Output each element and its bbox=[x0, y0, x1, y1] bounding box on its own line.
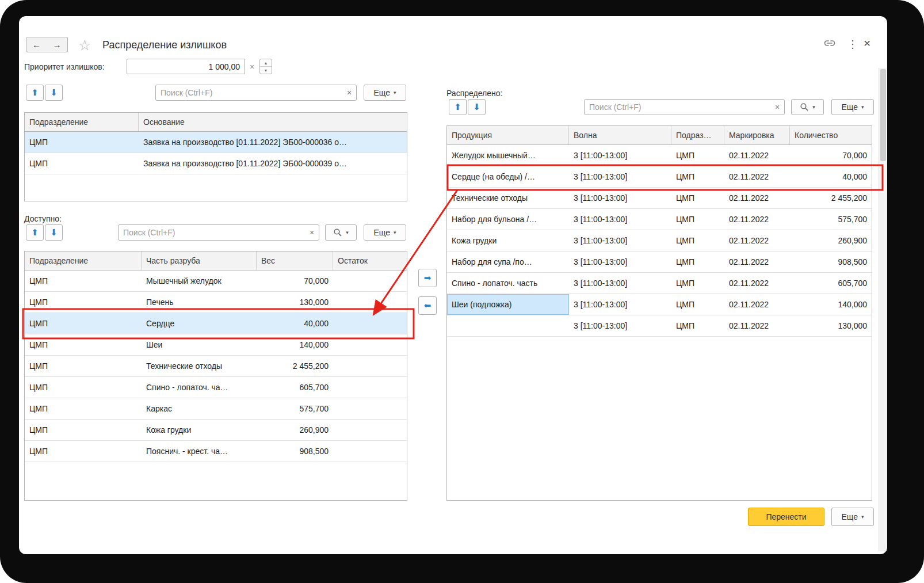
cell-product[interactable]: Кожа грудки bbox=[447, 230, 569, 251]
more-button[interactable]: Еще ▾ bbox=[831, 508, 874, 526]
cell-basis[interactable]: Заявка на производство [01.11.2022] ЭБ00… bbox=[139, 132, 407, 153]
table-row[interactable]: ЦМП Пояснич. - крест. ча… 908,500 bbox=[25, 441, 407, 462]
search-input[interactable] bbox=[119, 228, 305, 237]
table-row[interactable]: ЦМП Технические отходы 2 455,200 bbox=[25, 356, 407, 377]
more-options-icon[interactable]: ⋮ bbox=[847, 38, 857, 51]
more-button[interactable]: Еще ▾ bbox=[364, 85, 406, 101]
cell-product[interactable] bbox=[447, 315, 569, 336]
transfer-left-button[interactable]: ⬅ bbox=[418, 296, 437, 315]
cell-wave[interactable]: 3 [11:00-13:00] bbox=[569, 252, 671, 272]
cell-weight[interactable]: 140,000 bbox=[257, 334, 333, 355]
cell-division[interactable]: ЦМП bbox=[25, 292, 142, 313]
cell-wave[interactable]: 3 [11:00-13:00] bbox=[569, 188, 671, 208]
cell-part[interactable]: Спино - лопаточ. ча… bbox=[142, 377, 257, 398]
table-row[interactable]: Набор для супа /по… 3 [11:00-13:00] ЦМП … bbox=[447, 252, 872, 273]
cell-division[interactable]: ЦМП bbox=[671, 145, 724, 166]
back-button[interactable]: ← bbox=[26, 37, 47, 52]
transfer-button[interactable]: Перенести bbox=[748, 508, 824, 526]
priority-input[interactable] bbox=[127, 59, 245, 74]
cell-rest[interactable] bbox=[333, 441, 407, 462]
cell-division[interactable]: ЦМП bbox=[671, 230, 724, 251]
column-header[interactable]: Часть разруба bbox=[142, 252, 257, 270]
cell-product[interactable]: Набор для бульона /… bbox=[447, 209, 569, 230]
move-up-button[interactable]: ⬆ bbox=[26, 85, 44, 101]
cell-marking[interactable]: 02.11.2022 bbox=[724, 145, 790, 166]
cell-rest[interactable] bbox=[333, 356, 407, 376]
column-header[interactable]: Подразделение bbox=[25, 113, 139, 131]
cell-part[interactable]: Шеи bbox=[142, 334, 257, 355]
table-row[interactable]: ЦМП Заявка на производство [01.11.2022] … bbox=[25, 132, 407, 153]
cell-product[interactable]: Набор для супа /по… bbox=[447, 252, 569, 272]
cell-quantity[interactable]: 908,500 bbox=[790, 252, 872, 272]
cell-division[interactable]: ЦМП bbox=[25, 132, 139, 153]
table-row[interactable]: ЦМП Печень 130,000 bbox=[25, 292, 407, 313]
column-header[interactable]: Продукция bbox=[447, 126, 569, 144]
cell-division[interactable]: ЦМП bbox=[25, 313, 142, 334]
cell-quantity[interactable]: 605,700 bbox=[790, 273, 872, 294]
cell-product[interactable]: Технические отходы bbox=[447, 188, 569, 208]
cell-part[interactable]: Печень bbox=[142, 292, 257, 313]
table-row[interactable]: ЦМП Мышечный желудок 70,000 bbox=[25, 270, 407, 292]
cell-part[interactable]: Кожа грудки bbox=[142, 420, 257, 440]
search-input[interactable] bbox=[585, 102, 770, 112]
column-header[interactable]: Маркировка bbox=[724, 126, 790, 144]
table-row[interactable]: ЦМП Кожа грудки 260,900 bbox=[25, 420, 407, 441]
column-header[interactable]: Остаток bbox=[333, 252, 407, 270]
cell-quantity[interactable]: 130,000 bbox=[790, 315, 872, 336]
cell-division[interactable]: ЦМП bbox=[25, 441, 142, 462]
find-button[interactable]: ▾ bbox=[325, 224, 357, 241]
cell-quantity[interactable]: 140,000 bbox=[790, 294, 872, 315]
table-row[interactable]: ЦМП Заявка на производство [01.11.2022] … bbox=[25, 153, 407, 174]
cell-marking[interactable]: 02.11.2022 bbox=[724, 294, 790, 315]
cell-part[interactable]: Сердце bbox=[142, 313, 257, 334]
cell-quantity[interactable]: 260,900 bbox=[790, 230, 872, 251]
cell-weight[interactable]: 130,000 bbox=[257, 292, 333, 313]
cell-product[interactable]: Спино - лопаточ. часть bbox=[447, 273, 569, 294]
cell-division[interactable]: ЦМП bbox=[671, 273, 724, 294]
cell-division[interactable]: ЦМП bbox=[25, 270, 142, 291]
table-row[interactable]: Технические отходы 3 [11:00-13:00] ЦМП 0… bbox=[447, 188, 872, 209]
cell-product[interactable]: Сердце (на обеды) /… bbox=[447, 166, 569, 187]
cell-weight[interactable]: 70,000 bbox=[257, 270, 333, 291]
column-header[interactable]: Подразделение bbox=[25, 252, 142, 270]
cell-weight[interactable]: 908,500 bbox=[257, 441, 333, 462]
cell-marking[interactable]: 02.11.2022 bbox=[724, 252, 790, 272]
cell-division[interactable]: ЦМП bbox=[671, 166, 724, 187]
cell-division[interactable]: ЦМП bbox=[25, 334, 142, 355]
cell-marking[interactable]: 02.11.2022 bbox=[724, 209, 790, 230]
table-row[interactable]: Шеи (подложка) 3 [11:00-13:00] ЦМП 02.11… bbox=[447, 294, 872, 315]
cell-basis[interactable]: Заявка на производство [01.11.2022] ЭБ00… bbox=[139, 153, 407, 174]
cell-division[interactable]: ЦМП bbox=[25, 398, 142, 419]
cell-wave[interactable]: 3 [11:00-13:00] bbox=[569, 230, 671, 251]
cell-marking[interactable]: 02.11.2022 bbox=[724, 273, 790, 294]
column-header[interactable]: Волна bbox=[569, 126, 671, 144]
cell-quantity[interactable]: 575,700 bbox=[790, 209, 872, 230]
cell-weight[interactable]: 575,700 bbox=[257, 398, 333, 419]
close-icon[interactable]: × bbox=[864, 36, 870, 50]
spin-down-icon[interactable]: ▼ bbox=[260, 67, 272, 74]
cell-part[interactable]: Мышечный желудок bbox=[142, 270, 257, 291]
cell-weight[interactable]: 605,700 bbox=[257, 377, 333, 398]
table-row[interactable]: 3 [11:00-13:00] ЦМП 02.11.2022 130,000 bbox=[447, 315, 872, 337]
cell-marking[interactable]: 02.11.2022 bbox=[724, 315, 790, 336]
cell-division[interactable]: ЦМП bbox=[25, 420, 142, 440]
search-input[interactable] bbox=[156, 88, 342, 97]
cell-rest[interactable] bbox=[333, 398, 407, 419]
more-button[interactable]: Еще ▾ bbox=[831, 99, 874, 115]
cell-part[interactable]: Технические отходы bbox=[142, 356, 257, 376]
cell-division[interactable]: ЦМП bbox=[671, 188, 724, 208]
cell-product[interactable]: Желудок мышечный… bbox=[447, 145, 569, 166]
table-row[interactable]: Сердце (на обеды) /… 3 [11:00-13:00] ЦМП… bbox=[447, 166, 872, 188]
table-row[interactable]: ЦМП Спино - лопаточ. ча… 605,700 bbox=[25, 377, 407, 398]
table-row-selected[interactable]: ЦМП Сердце 40,000 bbox=[25, 313, 407, 334]
move-down-button[interactable]: ⬇ bbox=[468, 99, 486, 115]
table-row[interactable]: Спино - лопаточ. часть 3 [11:00-13:00] Ц… bbox=[447, 273, 872, 294]
move-down-button[interactable]: ⬇ bbox=[45, 224, 63, 241]
forward-button[interactable]: → bbox=[47, 37, 68, 52]
scrollbar-thumb[interactable] bbox=[880, 69, 886, 161]
transfer-right-button[interactable]: ➡ bbox=[418, 269, 437, 287]
cell-rest[interactable] bbox=[333, 313, 407, 334]
cell-wave[interactable]: 3 [11:00-13:00] bbox=[569, 209, 671, 230]
column-header[interactable]: Подраз… bbox=[671, 126, 724, 144]
cell-wave[interactable]: 3 [11:00-13:00] bbox=[569, 315, 671, 336]
